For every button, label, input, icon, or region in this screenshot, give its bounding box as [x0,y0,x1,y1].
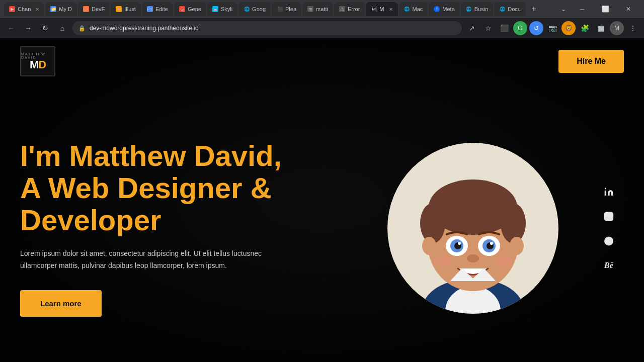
back-button[interactable]: ← [4,21,18,35]
instagram-icon[interactable] [604,212,614,224]
google-account-icon[interactable]: G [513,21,527,35]
svg-point-5 [420,203,445,243]
tab-favicon: ▶ [9,6,15,12]
tab-favicon: M [371,6,377,12]
sync-icon[interactable]: ↺ [529,21,543,35]
logo-big-text: MD [30,59,46,70]
tab-favicon: 🌐 [404,6,410,12]
hero-title: I'm Matthew David, A Web Designer & Deve… [20,140,322,236]
tab-plea[interactable]: ⬛ Plea [272,2,301,16]
avatar-svg [392,153,553,314]
new-tab-button[interactable]: + [527,2,541,16]
tab-favicon: D [83,6,89,12]
share-icon[interactable]: ↗ [465,21,479,35]
svg-point-7 [422,237,436,255]
lock-icon: 🔒 [78,25,86,32]
svg-point-6 [501,203,526,243]
tab-favicon: 📁 [50,6,56,12]
bookmark-icon[interactable]: ☆ [481,21,495,35]
tab-favicon: ⬛ [277,6,283,12]
behance-icon[interactable]: Bē [604,261,613,270]
window-controls: ─ ⬜ ✕ [571,0,640,18]
tab-error[interactable]: ⚠ Error [334,2,365,16]
tab-favicon: 🌐 [499,6,505,12]
close-button[interactable]: ✕ [617,0,640,18]
sidebar-icon[interactable]: ▦ [594,21,608,35]
tab-docu[interactable]: 🌐 Docu [494,2,526,16]
svg-point-16 [490,242,493,245]
maximize-button[interactable]: ⬜ [594,0,617,18]
svg-point-8 [510,237,524,255]
tab-illust[interactable]: Ai Illust [111,2,141,16]
tab-meta[interactable]: f Meta [429,2,459,16]
hero-section: I'm Matthew David, A Web Designer & Deve… [0,84,644,362]
tab-bar: ▶ Chan ✕ 📁 My D D DevF Ai Illust Ps Edit… [0,0,644,18]
social-icons: Bē [604,187,614,270]
tab-matti[interactable]: m matti [302,2,333,16]
hire-me-button[interactable]: Hire Me [558,50,624,73]
svg-point-15 [458,242,461,245]
dribbble-icon[interactable] [604,236,614,249]
svg-point-22 [607,214,611,218]
svg-point-20 [605,188,606,189]
tab-favicon: f [434,6,440,12]
url-text: dev-mdwordpresstraning.pantheonsite.io [90,25,199,32]
avatar-image [387,143,558,314]
tab-chan[interactable]: ▶ Chan ✕ [4,2,44,16]
tab-list-button[interactable]: ⌄ [557,3,570,15]
tab-gene[interactable]: G Gene [174,2,206,16]
tab-devf[interactable]: D DevF [78,2,110,16]
address-bar[interactable]: 🔒 dev-mdwordpresstraning.pantheonsite.io [72,21,462,35]
learn-more-button[interactable]: Learn more [20,290,102,317]
address-bar-row: ← → ↻ ⌂ 🔒 dev-mdwordpresstraning.pantheo… [0,18,644,38]
tab-favicon: Ai [116,6,122,12]
tab-edite[interactable]: Ps Edite [142,2,173,16]
home-button[interactable]: ⌂ [55,21,69,35]
tab-favicon: ☁ [212,6,218,12]
extensions-icon[interactable]: 🦁 [561,21,576,35]
tab-favicon: ⚠ [339,6,345,12]
tab-favicon: Ps [147,6,153,12]
svg-point-23 [610,214,612,215]
camera-icon[interactable]: 📷 [545,21,559,35]
minimize-button[interactable]: ─ [571,0,594,18]
site-nav: MATTHEW DAVID MD Hire Me [0,38,644,84]
forward-button[interactable]: → [21,21,35,35]
tab-close-active[interactable]: ✕ [389,7,393,12]
tab-bar-controls: ⌄ [557,3,570,15]
puzzle-icon[interactable]: 🧩 [578,21,592,35]
tab-close[interactable]: ✕ [35,7,39,12]
site-logo: MATTHEW DAVID MD [20,46,55,76]
linkedin-icon[interactable] [604,187,614,200]
hero-right: Bē [322,143,624,314]
tab-active[interactable]: M M ✕ [366,2,397,16]
toolbar-icons: ↗ ☆ ⬛ G ↺ 📷 🦁 🧩 ▦ M ⋮ [465,21,640,35]
hero-description: Lorem ipsum dolor sit amet, consectetur … [20,248,282,272]
tab-skyli[interactable]: ☁ Skyli [207,2,237,16]
svg-point-19 [494,256,512,266]
hero-left: I'm Matthew David, A Web Designer & Deve… [20,140,322,317]
tab-goog[interactable]: 🌐 Goog [238,2,271,16]
screenshot-icon[interactable]: ⬛ [497,21,511,35]
svg-point-18 [434,256,452,266]
tab-favicon: 🌐 [244,6,250,12]
tab-busin[interactable]: 🌐 Busin [461,2,494,16]
tab-mac[interactable]: 🌐 Mac [399,2,428,16]
tab-favicon: 🌐 [466,6,472,12]
profile-icon[interactable]: M [610,21,624,35]
website-content: MATTHEW DAVID MD Hire Me I'm Matthew Dav… [0,38,644,362]
browser-chrome: ▶ Chan ✕ 📁 My D D DevF Ai Illust Ps Edit… [0,0,644,38]
tab-favicon: m [307,6,313,12]
refresh-button[interactable]: ↻ [38,21,52,35]
svg-point-17 [467,254,479,262]
tab-myd[interactable]: 📁 My D [45,2,77,16]
tab-favicon: G [179,6,185,12]
menu-icon[interactable]: ⋮ [626,21,640,35]
